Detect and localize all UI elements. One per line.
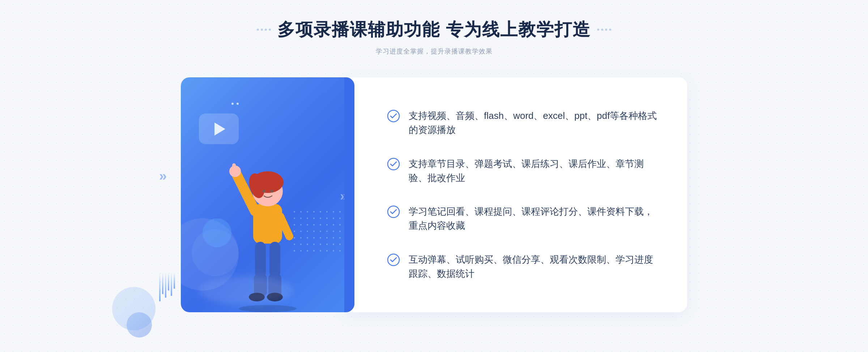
check-icon-2 (387, 158, 400, 171)
page-wrapper: 多项录播课辅助功能 专为线上教学打造 学习进度全掌握，提升录播课教学效果 (0, 0, 868, 352)
header-dots-right (597, 29, 611, 31)
ground-light (199, 276, 293, 305)
check-icon-3 (387, 205, 400, 218)
svg-point-7 (263, 190, 265, 193)
svg-point-0 (239, 305, 297, 312)
header-dots-left (257, 29, 271, 31)
feature-item-1: 支持视频、音频、flash、word、excel、ppt、pdf等各种格式的资源… (387, 102, 658, 143)
sparkle-dots (231, 103, 239, 105)
svg-point-17 (388, 110, 399, 122)
svg-point-19 (388, 206, 399, 218)
features-card: 支持视频、音频、flash、word、excel、ppt、pdf等各种格式的资源… (344, 77, 687, 312)
main-title: 多项录播课辅助功能 专为线上教学打造 (277, 18, 590, 41)
vertical-lines-decoration (159, 272, 175, 301)
feature-item-3: 学习笔记回看、课程提问、课程评论打分、课件资料下载，重点内容收藏 (387, 198, 658, 239)
feature-text-2: 支持章节目录、弹题考试、课后练习、课后作业、章节测验、批改作业 (409, 157, 658, 185)
svg-rect-9 (255, 242, 266, 278)
subtitle: 学习进度全掌握，提升录播课教学效果 (376, 47, 493, 56)
svg-point-20 (388, 254, 399, 266)
svg-point-8 (271, 190, 273, 193)
blue-sidebar-accent (344, 77, 354, 312)
illustration-card: » (181, 77, 354, 312)
feature-item-2: 支持章节目录、弹题考试、课后练习、课后作业、章节测验、批改作业 (387, 150, 658, 192)
check-icon-4 (387, 253, 400, 266)
svg-rect-12 (269, 242, 280, 278)
feature-text-3: 学习笔记回看、课程提问、课程评论打分、课件资料下载，重点内容收藏 (409, 205, 658, 233)
deco-circle-bottom-left2 (127, 312, 152, 338)
header-section: 多项录播课辅助功能 专为线上教学打造 (257, 18, 611, 41)
feature-text-4: 互动弹幕、试听购买、微信分享、观看次数限制、学习进度跟踪、数据统计 (409, 253, 658, 281)
left-chevron-decoration: » (159, 168, 167, 184)
svg-point-18 (388, 158, 399, 170)
feature-text-1: 支持视频、音频、flash、word、excel、ppt、pdf等各种格式的资源… (409, 109, 658, 137)
svg-rect-16 (232, 163, 236, 173)
feature-item-4: 互动弹幕、试听购买、微信分享、观看次数限制、学习进度跟踪、数据统计 (387, 246, 658, 287)
check-icon-1 (387, 110, 400, 123)
content-area: » (181, 77, 687, 312)
